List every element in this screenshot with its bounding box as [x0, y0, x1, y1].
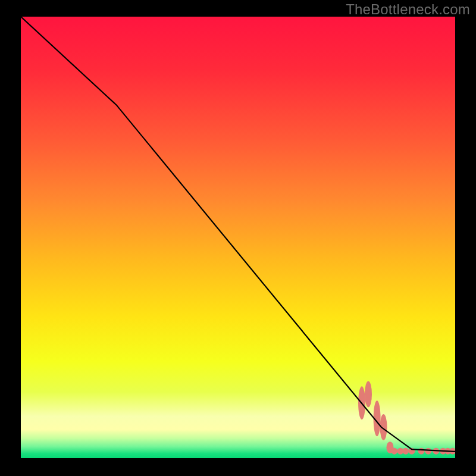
- data-dot: [425, 448, 431, 455]
- plot-area: [21, 17, 455, 458]
- watermark-text: TheBottleneck.com: [346, 1, 470, 18]
- gradient-background: [21, 17, 455, 458]
- data-dot: [402, 448, 409, 455]
- data-dot: [418, 448, 425, 455]
- chart-svg: [21, 17, 455, 458]
- data-dot: [365, 381, 372, 407]
- data-dot: [391, 448, 397, 455]
- chart-frame: TheBottleneck.com: [0, 0, 476, 476]
